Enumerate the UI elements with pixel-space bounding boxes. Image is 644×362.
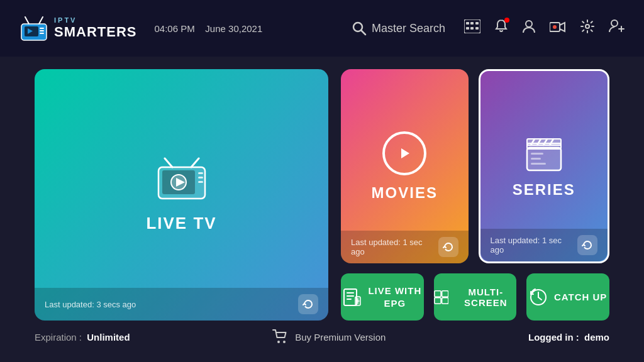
right-column: MOVIES Last updated: 1 sec ago	[341, 69, 609, 321]
catchup-clock-icon	[529, 288, 548, 307]
svg-point-19	[553, 25, 557, 29]
master-search[interactable]: Master Search	[352, 21, 445, 36]
svg-rect-7	[40, 33, 44, 34]
svg-point-20	[586, 25, 589, 28]
profile-icon[interactable]	[522, 19, 536, 38]
header-icons	[464, 19, 625, 38]
movies-update-text: Last updated: 1 sec ago	[351, 238, 438, 256]
series-clap-icon	[522, 134, 566, 175]
movies-label: MOVIES	[372, 184, 438, 202]
movies-refresh-button[interactable]	[438, 237, 458, 257]
iptv-logo-icon	[19, 15, 49, 41]
logged-in-label: Logged in :	[528, 332, 579, 343]
svg-rect-6	[40, 30, 44, 31]
series-label: SERIES	[513, 181, 575, 199]
live-tv-label: LIVE TV	[146, 214, 216, 233]
cart-icon	[272, 329, 289, 344]
series-refresh-button[interactable]	[577, 235, 597, 255]
svg-line-9	[361, 31, 365, 35]
svg-point-59	[283, 341, 286, 343]
epg-book-icon	[343, 288, 362, 307]
catch-up-button[interactable]: CATCH UP	[526, 273, 609, 321]
search-label: Master Search	[372, 22, 445, 35]
epg-icon[interactable]	[464, 19, 480, 37]
search-icon	[352, 21, 367, 36]
multi-screen-label: MULTI-SCREEN	[455, 287, 516, 308]
live-tv-icon	[153, 157, 210, 207]
svg-point-21	[611, 20, 618, 26]
main-content: LIVE TV Last updated: 3 secs ago	[0, 57, 644, 321]
live-epg-button[interactable]: LIVE WITHEPG	[341, 273, 424, 321]
svg-rect-42	[531, 158, 541, 160]
buy-premium-button[interactable]: Buy Premium Version	[272, 329, 386, 344]
header: IPTV SMARTERS 04:06 PM June 30,2021 Mast…	[0, 0, 644, 57]
logged-in-info: Logged in : demo	[528, 332, 609, 343]
top-row: MOVIES Last updated: 1 sec ago	[341, 69, 609, 263]
expiration-info: Expiration : Unlimited	[35, 332, 130, 343]
svg-rect-31	[198, 177, 203, 178]
record-icon[interactable]	[550, 20, 566, 36]
svg-rect-13	[475, 22, 479, 25]
svg-rect-10	[464, 19, 480, 33]
svg-line-24	[165, 158, 172, 167]
svg-marker-33	[401, 148, 409, 158]
time-display: 04:06 PM	[154, 23, 194, 34]
series-update-text: Last updated: 1 sec ago	[491, 236, 578, 255]
logo-area: IPTV SMARTERS	[19, 15, 136, 41]
svg-line-1	[25, 17, 29, 24]
logged-in-value: demo	[584, 332, 609, 343]
svg-rect-41	[531, 153, 543, 155]
footer: Expiration : Unlimited Buy Premium Versi…	[0, 321, 644, 344]
svg-point-58	[277, 341, 280, 343]
svg-rect-52	[441, 290, 448, 296]
bottom-row: LIVE WITHEPG MULTI-SCREEN	[341, 273, 609, 321]
svg-rect-44	[344, 289, 357, 305]
svg-rect-32	[198, 181, 203, 183]
svg-rect-15	[470, 27, 474, 30]
expiration-value: Unlimited	[87, 332, 130, 343]
live-tv-footer: Last updated: 3 secs ago	[35, 288, 328, 321]
svg-point-17	[526, 21, 532, 27]
settings-icon[interactable]	[580, 19, 595, 38]
datetime-display: 04:06 PM June 30,2021	[154, 23, 262, 34]
svg-rect-30	[198, 172, 203, 174]
movies-play-icon	[382, 131, 426, 175]
live-tv-card[interactable]: LIVE TV Last updated: 3 secs ago	[35, 69, 328, 321]
svg-rect-51	[434, 290, 440, 296]
svg-line-57	[538, 297, 541, 300]
date-display: June 30,2021	[205, 23, 262, 34]
notification-icon[interactable]	[494, 19, 508, 38]
series-footer: Last updated: 1 sec ago	[480, 229, 608, 261]
svg-rect-14	[466, 27, 469, 30]
svg-rect-54	[441, 297, 448, 303]
live-tv-update-text: Last updated: 3 secs ago	[45, 300, 136, 309]
logo-smarters-text: SMARTERS	[54, 25, 136, 40]
svg-rect-12	[470, 22, 474, 25]
svg-line-2	[39, 17, 43, 24]
multi-screen-icon	[434, 288, 449, 306]
svg-rect-16	[475, 27, 479, 30]
logo-iptv-text: IPTV	[54, 16, 136, 24]
live-tv-refresh-button[interactable]	[298, 294, 318, 314]
add-user-icon[interactable]	[609, 19, 625, 38]
buy-premium-label: Buy Premium Version	[295, 332, 386, 343]
expiration-label: Expiration :	[35, 332, 82, 343]
svg-line-25	[191, 158, 199, 167]
live-epg-label: LIVE WITHEPG	[368, 285, 421, 309]
series-card[interactable]: SERIES Last updated: 1 sec ago	[479, 69, 610, 263]
svg-rect-5	[40, 28, 44, 29]
svg-rect-43	[531, 163, 546, 165]
svg-rect-53	[434, 297, 440, 303]
multi-screen-button[interactable]: MULTI-SCREEN	[434, 273, 517, 321]
movies-card[interactable]: MOVIES Last updated: 1 sec ago	[341, 69, 469, 263]
movies-footer: Last updated: 1 sec ago	[341, 231, 469, 263]
catch-up-label: CATCH UP	[554, 292, 607, 302]
svg-rect-11	[466, 22, 469, 25]
